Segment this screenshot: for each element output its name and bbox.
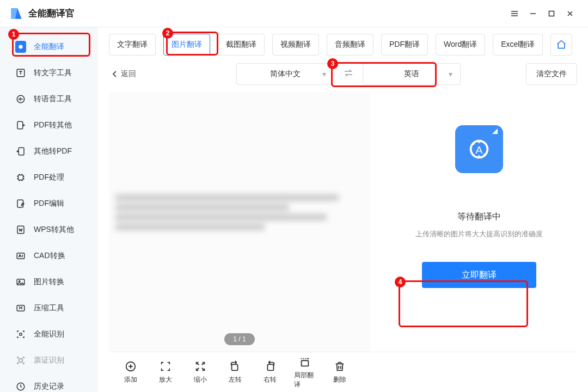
audio-icon <box>15 94 26 105</box>
caret-down-icon: ▾ <box>322 70 326 78</box>
rotate-left-icon <box>229 360 242 373</box>
pdf-import-icon <box>15 146 26 157</box>
crop-icon <box>298 356 311 369</box>
svg-text:A: A <box>476 144 483 156</box>
translate-btn-label: 立即翻译 <box>462 270 497 279</box>
maximize-icon[interactable] <box>542 4 561 23</box>
sidebar-item-to-audio[interactable]: 转语音工具 <box>0 87 98 111</box>
source-language-label: 简体中文 <box>270 69 301 79</box>
action-label: 添加 <box>124 375 137 384</box>
tab-text-translate[interactable]: 文字翻译 <box>109 34 156 56</box>
tab-label: Excel翻译 <box>501 40 535 50</box>
action-partial-translate[interactable]: 局部翻译 <box>294 356 316 389</box>
action-label: 放大 <box>159 375 172 384</box>
svg-rect-22 <box>302 360 309 366</box>
sidebar-item-label: 其他转PDF <box>34 146 72 156</box>
target-language-select[interactable]: 英语 ▾ <box>363 63 461 85</box>
back-label: 返回 <box>121 69 136 79</box>
pdf-export-icon <box>15 120 26 131</box>
sidebar-item-pdf-process[interactable]: PDF处理 <box>0 166 98 189</box>
blurred-content <box>115 191 364 256</box>
home-button[interactable] <box>550 34 572 56</box>
tab-word-translate[interactable]: Word翻译 <box>436 34 485 56</box>
chip-icon <box>15 172 26 183</box>
sidebar-item-other-to-pdf[interactable]: 其他转PDF <box>0 139 98 163</box>
tab-video-translate[interactable]: 视频翻译 <box>272 34 319 56</box>
tab-audio-translate[interactable]: 音频翻译 <box>327 34 373 56</box>
swap-languages-icon[interactable] <box>342 69 355 79</box>
tab-label: 视频翻译 <box>280 40 311 50</box>
sidebar-item-image-convert[interactable]: 图片转换 <box>0 270 98 294</box>
caret-down-icon: ▾ <box>449 70 452 78</box>
sidebar-item-translate[interactable]: 全能翻译 <box>0 35 98 59</box>
sidebar-item-compress[interactable]: 压缩工具 <box>0 296 98 320</box>
plus-circle-icon <box>124 360 137 373</box>
cad-icon <box>15 250 26 261</box>
hexagon-icon <box>15 41 26 52</box>
sidebar-item-pdf-edit[interactable]: PDF编辑 <box>0 192 98 216</box>
svg-rect-7 <box>19 175 23 180</box>
app-title: 全能翻译官 <box>28 7 75 20</box>
tab-image-translate[interactable]: 图片翻译 <box>163 34 210 56</box>
sidebar-item-ocr[interactable]: 全能识别 <box>0 322 98 346</box>
sidebar-item-label: 压缩工具 <box>34 303 64 313</box>
sidebar-item-label: 票证识别 <box>34 356 64 365</box>
sidebar-item-label: 历史记录 <box>34 382 64 391</box>
translate-now-button[interactable]: 立即翻译 <box>422 262 536 288</box>
minimize-icon[interactable] <box>524 4 542 23</box>
action-delete[interactable]: 删除 <box>329 360 351 384</box>
status-pane: A 等待翻译中 上传清晰的图片将大大提高识别的准确度 立即翻译 <box>381 93 577 352</box>
language-toolbar: 返回 简体中文 ▾ 英语 ▾ 清空文件 <box>109 63 577 85</box>
tab-label: 文字翻译 <box>117 40 148 50</box>
sidebar-item-wps[interactable]: WPS转其他 <box>0 218 98 242</box>
sidebar: 全能翻译 转文字工具 转语音工具 PDF转其他 其他转PDF PDF处理 PDF… <box>0 27 98 392</box>
tab-label: 图片翻译 <box>171 40 202 50</box>
tab-label: 截图翻译 <box>226 40 256 50</box>
tab-excel-translate[interactable]: Excel翻译 <box>493 34 543 56</box>
close-icon[interactable] <box>561 4 579 23</box>
action-rotate-right[interactable]: 右转 <box>259 360 281 384</box>
svg-rect-15 <box>19 359 22 362</box>
action-add[interactable]: 添加 <box>120 360 142 384</box>
scan-icon <box>15 329 26 340</box>
tab-label: Word翻译 <box>444 40 477 50</box>
sidebar-item-to-text[interactable]: 转文字工具 <box>0 61 98 85</box>
trash-icon <box>333 360 346 373</box>
clear-files-button[interactable]: 清空文件 <box>526 63 577 85</box>
action-label: 右转 <box>264 375 277 384</box>
target-language-label: 英语 <box>404 69 419 79</box>
tabs: 文字翻译 图片翻译 截图翻译 视频翻译 音频翻译 PDF翻译 Word翻译 Ex… <box>109 34 577 56</box>
sidebar-item-label: CAD转换 <box>34 251 65 261</box>
sidebar-item-label: 全能翻译 <box>34 42 64 52</box>
zoom-in-icon <box>159 360 172 373</box>
menu-icon[interactable] <box>505 4 524 23</box>
tab-pdf-translate[interactable]: PDF翻译 <box>381 34 428 56</box>
sidebar-item-history[interactable]: 历史记录 <box>0 375 98 392</box>
wps-icon <box>15 224 26 235</box>
sidebar-item-label: WPS转其他 <box>34 225 74 235</box>
svg-point-12 <box>19 280 20 281</box>
edit-icon <box>15 198 26 209</box>
receipt-icon <box>15 355 26 366</box>
tab-screenshot-translate[interactable]: 截图翻译 <box>218 34 265 56</box>
action-label: 删除 <box>333 375 346 384</box>
sidebar-item-label: 转文字工具 <box>34 68 72 78</box>
chevron-left-icon <box>112 70 118 78</box>
svg-rect-5 <box>17 121 23 129</box>
rotate-right-icon <box>264 360 277 373</box>
sidebar-item-cad[interactable]: CAD转换 <box>0 244 98 268</box>
sidebar-item-label: PDF编辑 <box>34 199 64 209</box>
status-subtitle: 上传清晰的图片将大大提高识别的准确度 <box>415 229 543 239</box>
source-language-select[interactable]: 简体中文 ▾ <box>236 63 334 85</box>
action-zoom-in[interactable]: 放大 <box>155 360 176 384</box>
action-zoom-out[interactable]: 缩小 <box>189 360 211 384</box>
sidebar-item-label: 转语音工具 <box>34 94 72 104</box>
action-bar: 添加 放大 缩小 左转 右转 局部翻译 删除 <box>109 352 577 392</box>
svg-point-14 <box>20 333 22 336</box>
image-preview: 1 / 1 <box>109 93 370 352</box>
svg-rect-0 <box>549 11 554 16</box>
action-rotate-left[interactable]: 左转 <box>224 360 246 384</box>
sidebar-item-pdf-to-other[interactable]: PDF转其他 <box>0 113 98 137</box>
sidebar-item-receipt[interactable]: 票证识别 <box>0 348 98 372</box>
back-button[interactable]: 返回 <box>109 69 139 79</box>
